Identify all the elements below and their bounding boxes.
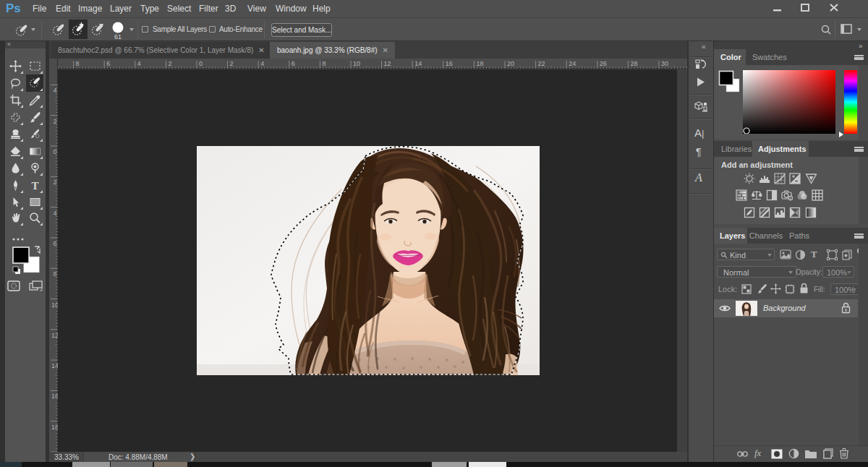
svg-text:0: 0	[199, 60, 203, 67]
svg-text:18: 18	[476, 60, 483, 67]
svg-text:20: 20	[507, 60, 514, 67]
svg-text:26: 26	[600, 60, 607, 67]
svg-text:6: 6	[292, 60, 295, 67]
svg-text:T: T	[31, 180, 38, 192]
svg-text:28: 28	[630, 60, 637, 67]
svg-text:8: 8	[322, 60, 326, 67]
svg-text:2: 2	[230, 60, 234, 67]
svg-text:30: 30	[661, 60, 668, 67]
svg-text:2: 2	[168, 60, 171, 67]
svg-text:4: 4	[137, 60, 141, 67]
svg-text:4: 4	[260, 60, 264, 67]
svg-text:61: 61	[114, 33, 122, 40]
svg-text:14: 14	[414, 60, 422, 67]
svg-text:6: 6	[106, 60, 110, 67]
svg-text:10: 10	[353, 60, 360, 67]
svg-text:16: 16	[446, 60, 453, 67]
svg-text:12: 12	[384, 60, 391, 67]
svg-text:8: 8	[76, 60, 80, 67]
svg-text:24: 24	[569, 60, 576, 67]
svg-text:22: 22	[538, 60, 545, 67]
